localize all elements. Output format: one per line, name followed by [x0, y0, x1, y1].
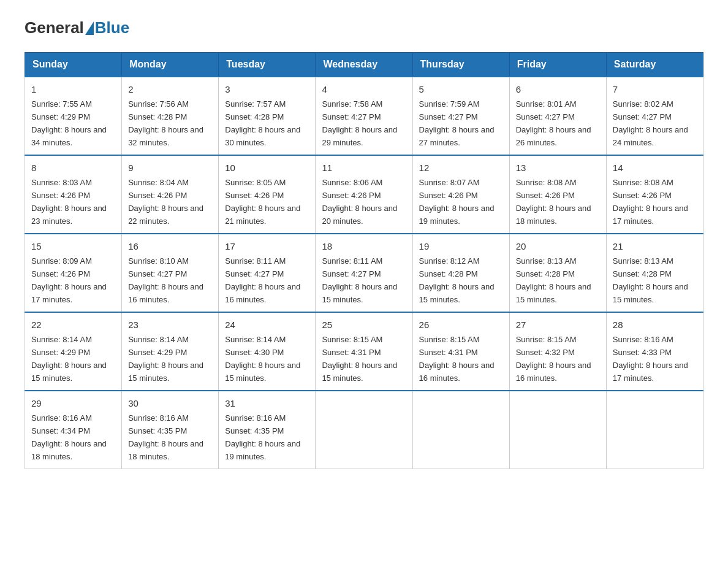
day-number: 21: [613, 239, 697, 253]
day-number: 15: [31, 239, 115, 253]
calendar-cell: 9Sunrise: 8:04 AMSunset: 4:26 PMDaylight…: [122, 155, 219, 234]
day-number: 3: [225, 82, 309, 96]
header-cell-friday: Friday: [509, 53, 606, 77]
day-number: 2: [128, 82, 212, 96]
header-cell-monday: Monday: [122, 53, 219, 77]
calendar-cell: 6Sunrise: 8:01 AMSunset: 4:27 PMDaylight…: [509, 77, 606, 155]
calendar-week-2: 8Sunrise: 8:03 AMSunset: 4:26 PMDaylight…: [25, 155, 703, 234]
day-info: Sunrise: 8:05 AMSunset: 4:26 PMDaylight:…: [225, 178, 300, 226]
calendar-cell: 16Sunrise: 8:10 AMSunset: 4:27 PMDayligh…: [122, 234, 219, 312]
day-info: Sunrise: 8:12 AMSunset: 4:28 PMDaylight:…: [419, 256, 495, 304]
calendar-cell: 30Sunrise: 8:16 AMSunset: 4:35 PMDayligh…: [122, 391, 219, 469]
calendar-cell: 13Sunrise: 8:08 AMSunset: 4:26 PMDayligh…: [509, 155, 606, 234]
day-info: Sunrise: 8:16 AMSunset: 4:35 PMDaylight:…: [128, 413, 203, 461]
day-info: Sunrise: 8:08 AMSunset: 4:26 PMDaylight:…: [516, 178, 591, 226]
calendar-cell: 26Sunrise: 8:15 AMSunset: 4:31 PMDayligh…: [412, 312, 509, 391]
day-info: Sunrise: 8:14 AMSunset: 4:30 PMDaylight:…: [225, 335, 300, 383]
calendar-cell: [509, 391, 606, 469]
header-cell-wednesday: Wednesday: [316, 53, 412, 77]
calendar-cell: 7Sunrise: 8:02 AMSunset: 4:27 PMDaylight…: [606, 77, 703, 155]
day-number: 6: [516, 82, 600, 96]
day-number: 13: [516, 161, 600, 175]
day-number: 4: [322, 82, 406, 96]
calendar-cell: 27Sunrise: 8:15 AMSunset: 4:32 PMDayligh…: [509, 312, 606, 391]
day-number: 19: [419, 239, 503, 253]
day-number: 12: [419, 161, 503, 175]
calendar-cell: 28Sunrise: 8:16 AMSunset: 4:33 PMDayligh…: [606, 312, 703, 391]
calendar-cell: 18Sunrise: 8:11 AMSunset: 4:27 PMDayligh…: [316, 234, 412, 312]
calendar-cell: [412, 391, 509, 469]
day-number: 16: [128, 239, 212, 253]
day-number: 22: [31, 318, 115, 332]
day-info: Sunrise: 8:16 AMSunset: 4:35 PMDaylight:…: [225, 413, 300, 461]
day-info: Sunrise: 8:15 AMSunset: 4:31 PMDaylight:…: [419, 335, 495, 383]
day-info: Sunrise: 8:09 AMSunset: 4:26 PMDaylight:…: [31, 256, 107, 304]
day-number: 20: [516, 239, 600, 253]
calendar-table: SundayMondayTuesdayWednesdayThursdayFrid…: [25, 52, 703, 469]
day-info: Sunrise: 8:11 AMSunset: 4:27 PMDaylight:…: [225, 256, 300, 304]
day-info: Sunrise: 8:14 AMSunset: 4:29 PMDaylight:…: [128, 335, 203, 383]
calendar-cell: 23Sunrise: 8:14 AMSunset: 4:29 PMDayligh…: [122, 312, 219, 391]
calendar-cell: 31Sunrise: 8:16 AMSunset: 4:35 PMDayligh…: [219, 391, 316, 469]
calendar-cell: 11Sunrise: 8:06 AMSunset: 4:26 PMDayligh…: [316, 155, 412, 234]
day-number: 18: [322, 239, 406, 253]
day-info: Sunrise: 8:08 AMSunset: 4:26 PMDaylight:…: [613, 178, 688, 226]
day-info: Sunrise: 7:57 AMSunset: 4:28 PMDaylight:…: [225, 99, 300, 147]
day-number: 30: [128, 396, 212, 410]
calendar-cell: 19Sunrise: 8:12 AMSunset: 4:28 PMDayligh…: [412, 234, 509, 312]
day-number: 10: [225, 161, 309, 175]
calendar-cell: 17Sunrise: 8:11 AMSunset: 4:27 PMDayligh…: [219, 234, 316, 312]
day-info: Sunrise: 8:16 AMSunset: 4:34 PMDaylight:…: [31, 413, 107, 461]
calendar-cell: 15Sunrise: 8:09 AMSunset: 4:26 PMDayligh…: [25, 234, 122, 312]
calendar-body: 1Sunrise: 7:55 AMSunset: 4:29 PMDaylight…: [25, 77, 703, 469]
logo-blue-text: Blue: [95, 18, 129, 37]
calendar-cell: 3Sunrise: 7:57 AMSunset: 4:28 PMDaylight…: [219, 77, 316, 155]
logo-triangle-icon: [85, 21, 94, 35]
day-info: Sunrise: 7:59 AMSunset: 4:27 PMDaylight:…: [419, 99, 495, 147]
day-info: Sunrise: 8:07 AMSunset: 4:26 PMDaylight:…: [419, 178, 495, 226]
day-info: Sunrise: 8:13 AMSunset: 4:28 PMDaylight:…: [516, 256, 591, 304]
day-number: 23: [128, 318, 212, 332]
calendar-cell: 21Sunrise: 8:13 AMSunset: 4:28 PMDayligh…: [606, 234, 703, 312]
day-number: 25: [322, 318, 406, 332]
day-number: 5: [419, 82, 503, 96]
day-number: 8: [31, 161, 115, 175]
day-number: 1: [31, 82, 115, 96]
header-cell-thursday: Thursday: [412, 53, 509, 77]
calendar-cell: [606, 391, 703, 469]
calendar-week-4: 22Sunrise: 8:14 AMSunset: 4:29 PMDayligh…: [25, 312, 703, 391]
day-info: Sunrise: 8:06 AMSunset: 4:26 PMDaylight:…: [322, 178, 397, 226]
day-number: 7: [613, 82, 697, 96]
calendar-cell: 2Sunrise: 7:56 AMSunset: 4:28 PMDaylight…: [122, 77, 219, 155]
calendar-cell: [316, 391, 412, 469]
header-cell-sunday: Sunday: [25, 53, 122, 77]
calendar-cell: 24Sunrise: 8:14 AMSunset: 4:30 PMDayligh…: [219, 312, 316, 391]
day-info: Sunrise: 8:14 AMSunset: 4:29 PMDaylight:…: [31, 335, 107, 383]
day-number: 29: [31, 396, 115, 410]
calendar-cell: 8Sunrise: 8:03 AMSunset: 4:26 PMDaylight…: [25, 155, 122, 234]
calendar-cell: 4Sunrise: 7:58 AMSunset: 4:27 PMDaylight…: [316, 77, 412, 155]
calendar-week-5: 29Sunrise: 8:16 AMSunset: 4:34 PMDayligh…: [25, 391, 703, 469]
calendar-header: SundayMondayTuesdayWednesdayThursdayFrid…: [25, 53, 703, 77]
day-number: 24: [225, 318, 309, 332]
page-header: General Blue: [25, 18, 703, 37]
day-info: Sunrise: 8:16 AMSunset: 4:33 PMDaylight:…: [613, 335, 688, 383]
day-info: Sunrise: 8:04 AMSunset: 4:26 PMDaylight:…: [128, 178, 203, 226]
day-number: 14: [613, 161, 697, 175]
logo: General Blue: [25, 18, 129, 37]
header-cell-saturday: Saturday: [606, 53, 703, 77]
day-info: Sunrise: 8:13 AMSunset: 4:28 PMDaylight:…: [613, 256, 688, 304]
day-info: Sunrise: 8:10 AMSunset: 4:27 PMDaylight:…: [128, 256, 203, 304]
calendar-cell: 29Sunrise: 8:16 AMSunset: 4:34 PMDayligh…: [25, 391, 122, 469]
day-info: Sunrise: 8:03 AMSunset: 4:26 PMDaylight:…: [31, 178, 107, 226]
calendar-week-1: 1Sunrise: 7:55 AMSunset: 4:29 PMDaylight…: [25, 77, 703, 155]
calendar-cell: 14Sunrise: 8:08 AMSunset: 4:26 PMDayligh…: [606, 155, 703, 234]
day-info: Sunrise: 8:15 AMSunset: 4:31 PMDaylight:…: [322, 335, 397, 383]
day-number: 31: [225, 396, 309, 410]
calendar-cell: 12Sunrise: 8:07 AMSunset: 4:26 PMDayligh…: [412, 155, 509, 234]
calendar-cell: 5Sunrise: 7:59 AMSunset: 4:27 PMDaylight…: [412, 77, 509, 155]
day-info: Sunrise: 8:01 AMSunset: 4:27 PMDaylight:…: [516, 99, 591, 147]
day-info: Sunrise: 7:58 AMSunset: 4:27 PMDaylight:…: [322, 99, 397, 147]
day-info: Sunrise: 7:56 AMSunset: 4:28 PMDaylight:…: [128, 99, 203, 147]
calendar-cell: 1Sunrise: 7:55 AMSunset: 4:29 PMDaylight…: [25, 77, 122, 155]
